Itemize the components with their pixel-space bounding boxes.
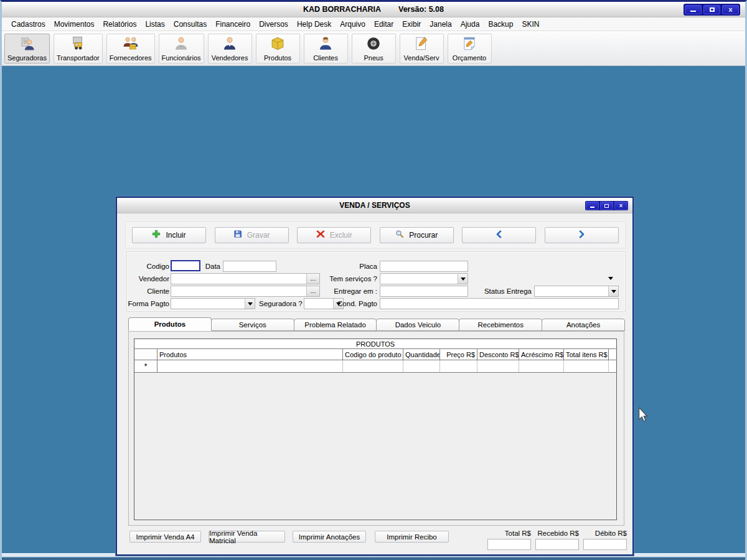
column-header-codigo-produto[interactable]: Codigo do produto — [343, 349, 403, 360]
data-input[interactable] — [223, 261, 276, 272]
cliente-input[interactable]: ... — [171, 286, 320, 297]
dialog-minimize-icon[interactable] — [586, 202, 599, 210]
gravar-button[interactable]: Gravar — [215, 227, 289, 243]
tab-strip: Produtos Serviços Problema Relatado Dado… — [128, 319, 624, 331]
save-disk-icon — [233, 230, 242, 240]
menu-editar[interactable]: Editar — [370, 19, 398, 30]
imprimir-venda-matricial-button[interactable]: Imprimir Venda Matricial — [209, 531, 285, 543]
recebido-label: Recebido R$ — [535, 530, 579, 537]
imprimir-anotacoes-button[interactable]: Imprimir Anotações — [293, 531, 366, 543]
menu-cadastros[interactable]: Cadastros — [7, 19, 50, 30]
toolbar-funcionarios-button[interactable]: Funcionários — [159, 34, 204, 63]
tab-recebimentos[interactable]: Recebimentos — [459, 319, 542, 331]
toolbar-label: Funcionários — [162, 54, 201, 62]
produtos-grid: PRODUTOS Produtos Codigo do produto Quan… — [134, 338, 617, 520]
cell-desconto[interactable] — [477, 360, 519, 372]
cell-total-itens[interactable] — [564, 360, 609, 372]
cond-pagto-input[interactable] — [380, 298, 619, 309]
yellow-box-icon — [270, 35, 286, 54]
vendedor-input[interactable]: ... — [171, 273, 320, 284]
sale-form: Codigo Data Placa Vendedor ... Tem servi… — [126, 251, 626, 312]
minimize-icon[interactable] — [685, 5, 702, 14]
cell-produtos[interactable] — [157, 360, 343, 372]
dialog-maximize-icon[interactable] — [600, 202, 613, 210]
data-label: Data — [203, 263, 220, 270]
gravar-label: Gravar — [247, 231, 270, 240]
cell-codigo[interactable] — [343, 360, 403, 372]
dialog-titlebar: VENDA / SERVIÇOS X — [117, 198, 632, 213]
tab-servicos[interactable]: Serviços — [211, 319, 294, 331]
toolbar-vendedores-button[interactable]: Vendedores — [208, 34, 252, 63]
menu-janela[interactable]: Janela — [425, 19, 456, 30]
menu-backup[interactable]: Backup — [484, 19, 517, 30]
menu-consultas[interactable]: Consultas — [169, 19, 211, 30]
cell-acrescimo[interactable] — [519, 360, 564, 372]
cell-preco[interactable] — [440, 360, 477, 372]
tem-servicos-dropdown[interactable] — [380, 273, 468, 284]
cliente-browse-button[interactable]: ... — [306, 286, 319, 296]
dialog-title: VENDA / SERVIÇOS — [339, 201, 410, 210]
close-icon[interactable]: X — [722, 5, 739, 14]
cliente-label: Cliente — [132, 287, 169, 295]
imprimir-venda-a4-button[interactable]: Imprimir Venda A4 — [129, 531, 201, 543]
toolbar-venda-serv-button[interactable]: Venda/Serv — [400, 34, 444, 63]
toolbar-pneus-button[interactable]: Pneus — [352, 34, 396, 63]
menu-diversos[interactable]: Diversos — [255, 19, 293, 30]
column-header-desconto[interactable]: Desconto R$ — [477, 349, 519, 360]
toolbar-clientes-button[interactable]: Clientes — [304, 34, 348, 63]
menu-helpdesk[interactable]: Help Desk — [293, 19, 336, 30]
menu-movimentos[interactable]: Movimentos — [50, 19, 99, 30]
toolbar-produtos-button[interactable]: Produtos — [256, 34, 300, 63]
column-header-produtos[interactable]: Produtos — [157, 349, 343, 360]
menu-ajuda[interactable]: Ajuda — [456, 19, 484, 30]
codigo-input[interactable] — [171, 260, 200, 271]
column-header-acrescimo[interactable]: Acréscimo R$ — [519, 349, 564, 360]
debito-input[interactable] — [583, 539, 627, 550]
toolbar-transportador-button[interactable]: Transportador — [54, 34, 103, 63]
menu-financeiro[interactable]: Financeiro — [211, 19, 255, 30]
dialog-close-icon[interactable]: X — [614, 202, 627, 210]
menu-skin[interactable]: SKIN — [517, 19, 543, 30]
maximize-icon[interactable] — [703, 5, 720, 14]
cell-quantidade[interactable] — [403, 360, 440, 372]
chevron-down-icon — [608, 286, 618, 296]
entregar-em-input[interactable] — [380, 286, 468, 297]
tab-anotacoes[interactable]: Anotações — [542, 319, 625, 331]
menu-arquivo[interactable]: Arquivo — [336, 19, 370, 30]
incluir-button[interactable]: Incluir — [132, 227, 206, 243]
toolbar-label: Fornecedores — [110, 54, 152, 62]
column-header-quantidade[interactable]: Quantidade — [403, 349, 440, 360]
placa-input[interactable] — [380, 261, 468, 272]
tab-produtos[interactable]: Produtos — [128, 317, 212, 331]
recebido-input[interactable] — [535, 539, 579, 550]
menu-listas[interactable]: Listas — [141, 19, 169, 30]
next-record-button[interactable] — [545, 227, 619, 243]
total-input[interactable] — [487, 539, 531, 550]
employee-person-icon — [173, 35, 189, 54]
excluir-button[interactable]: Excluir — [297, 227, 371, 243]
procurar-button[interactable]: Procurar — [380, 227, 454, 243]
menu-exibir[interactable]: Exibir — [398, 19, 425, 30]
toolbar-label: Seguradoras — [7, 54, 47, 62]
cond-pagto-label: Cond. Pagto — [326, 300, 377, 307]
grid-selector-header — [134, 349, 157, 360]
column-header-preco[interactable]: Preço R$ — [440, 349, 477, 360]
toolbar-fornecedores-button[interactable]: Fornecedores — [106, 34, 155, 63]
menu-relatorios[interactable]: Relatórios — [98, 19, 141, 30]
column-header-total-itens[interactable]: Total itens R$ — [564, 349, 609, 360]
grid-new-row[interactable]: * — [134, 360, 616, 373]
tab-problema-relatado[interactable]: Problema Relatado — [294, 319, 377, 331]
window-controls: X — [684, 4, 740, 16]
forma-pagto-dropdown[interactable] — [171, 298, 255, 309]
vendedor-browse-button[interactable]: ... — [306, 274, 319, 284]
toolbar-orcamento-button[interactable]: Orçamento — [448, 34, 492, 63]
unlabeled-dropdown[interactable] — [604, 274, 618, 282]
status-entrega-dropdown[interactable] — [534, 286, 619, 297]
dialog-action-panel: Incluir Gravar Excluir Procurar — [125, 222, 626, 248]
plus-icon — [152, 230, 161, 240]
salesperson-icon — [222, 35, 238, 54]
imprimir-recibo-button[interactable]: Imprimir Recibo — [375, 531, 449, 543]
tab-dados-veiculo[interactable]: Dados Veiculo — [376, 319, 459, 331]
toolbar-seguradoras-button[interactable]: Seguradoras — [4, 34, 50, 63]
previous-record-button[interactable] — [462, 227, 536, 243]
